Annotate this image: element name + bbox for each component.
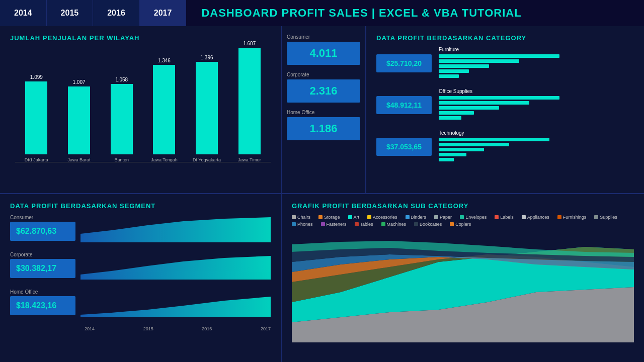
legend-dot <box>348 215 352 219</box>
legend-item: Labels <box>495 215 514 220</box>
category-bars-area: Office Supplies <box>439 88 634 121</box>
corporate-value: 2.316 <box>287 79 360 103</box>
dashboard-title: DASHBOARD PROFIT SALES | EXCEL & VBA TUT… <box>186 0 644 26</box>
legend-label: Furnishings <box>563 215 587 220</box>
legend-label: Binders <box>411 215 427 220</box>
year-tab-2017[interactable]: 2017 <box>140 0 187 26</box>
category-bar-row <box>439 143 509 146</box>
legend-item: Accessories <box>367 215 397 220</box>
legend-item: Fasteners <box>321 222 347 227</box>
year-tab-2014[interactable]: 2014 <box>0 0 47 26</box>
legend-dot <box>522 215 526 219</box>
subcategory-title: GRAFIK PROFIT BERDASARKAN SUB CATEGORY <box>292 202 634 210</box>
bar-value: 1.099 <box>30 74 43 80</box>
legend-label: Appliances <box>527 215 549 220</box>
bar-rect <box>25 81 47 154</box>
year-tab-2016[interactable]: 2016 <box>93 0 140 26</box>
legend-item: Phones <box>292 222 313 227</box>
category-bar-row <box>439 111 474 115</box>
corporate-profit-label: Corporate <box>10 252 75 257</box>
legend-dot <box>495 215 499 219</box>
legend-item: Storage <box>318 215 340 220</box>
category-rows: $25.710,20Furniture$48.912,11Office Supp… <box>376 47 634 163</box>
legend-label: Paper <box>440 215 452 220</box>
homeoffice-profit-row: Home Office $18.423,16 <box>10 289 271 318</box>
subcategory-panel: GRAFIK PROFIT BERDASARKAN SUB CATEGORY C… <box>282 194 644 362</box>
segment-counts-panel: Consumer 4.011 Corporate 2.316 Home Offi… <box>282 26 366 193</box>
category-bar-row <box>439 153 466 156</box>
category-name: Technology <box>439 130 634 136</box>
legend-label: Fasteners <box>327 222 347 227</box>
legend-item: Tables <box>355 222 373 227</box>
legend-dot <box>594 215 598 219</box>
bar-value: 1.346 <box>158 58 171 63</box>
bar-rect <box>196 62 218 154</box>
bar-value: 1.007 <box>72 79 85 85</box>
legend-item: Chairs <box>292 215 310 220</box>
category-row: $37.053,65Technology <box>376 130 634 163</box>
homeoffice-trend-chart <box>80 291 271 317</box>
legend-area: ChairsStorageArtAccessoriesBindersPaperE… <box>292 215 634 227</box>
category-bar-row <box>439 64 489 68</box>
legend-label: Copiers <box>455 222 471 227</box>
svg-marker-0 <box>80 217 271 242</box>
category-row: $48.912,11Office Supplies <box>376 88 634 121</box>
legend-dot <box>414 222 418 226</box>
legend-label: Art <box>354 215 360 220</box>
category-value-box: $25.710,20 <box>376 54 432 72</box>
main-content: JUMLAH PENJUALAN PER WILAYAH 1.099DKI Ja… <box>0 26 644 362</box>
bar-group: 1.007Jawa Barat <box>58 79 101 162</box>
bar-group: 1.607Jawa Timur <box>228 41 271 162</box>
legend-dot <box>355 222 359 226</box>
category-profit-panel: DATA PROFIT BERDASARKAN CATEGORY $25.710… <box>366 26 644 193</box>
legend-label: Supplies <box>600 215 617 220</box>
legend-item: Art <box>348 215 360 220</box>
legend-label: Labels <box>500 215 514 220</box>
category-bar-row <box>439 59 519 63</box>
legend-item: Paper <box>434 215 452 220</box>
bar-rect <box>153 65 175 154</box>
corporate-trend-chart <box>80 253 271 280</box>
legend-dot <box>460 215 464 219</box>
category-name: Office Supplies <box>439 88 634 94</box>
consumer-profit-row: Consumer $62.870,63 <box>10 215 271 244</box>
legend-label: Bookcases <box>420 222 442 227</box>
legend-label: Phones <box>297 222 313 227</box>
year-tab-2015[interactable]: 2015 <box>47 0 94 26</box>
category-value-box: $37.053,65 <box>376 138 432 156</box>
consumer-profit-value: $62.870,63 <box>10 222 75 241</box>
segment-profit-panel: DATA PROFIT BERDASARKAN SEGMENT Consumer… <box>0 194 282 362</box>
homeoffice-profit-value: $18.423,16 <box>10 296 75 315</box>
legend-label: Machines <box>387 222 407 227</box>
category-bar-row <box>439 74 459 78</box>
bar-group: 1.058Banten <box>100 77 143 162</box>
legend-dot <box>450 222 454 226</box>
area-chart-container <box>292 232 634 342</box>
legend-label: Chairs <box>297 215 310 220</box>
category-bar-row <box>439 158 454 161</box>
bar-group: 1.396DI Yogyakarta <box>186 55 228 162</box>
homeoffice-profit-label: Home Office <box>10 289 75 295</box>
svg-marker-2 <box>80 297 271 317</box>
bar-group: 1.099DKI Jakarta <box>15 74 58 162</box>
legend-item: Supplies <box>594 215 617 220</box>
category-bar-row <box>439 148 484 151</box>
legend-item: Appliances <box>522 215 549 220</box>
legend-dot <box>557 215 561 219</box>
bar-value: 1.607 <box>243 41 256 46</box>
year-tabs: 2014 2015 2016 2017 <box>0 0 186 26</box>
legend-item: Binders <box>406 215 427 220</box>
homeoffice-value: 1.186 <box>287 117 360 140</box>
legend-label: Accessories <box>373 215 397 220</box>
consumer-profit-label: Consumer <box>10 215 75 220</box>
consumer-trend-chart <box>80 216 271 242</box>
bar-rect <box>68 86 90 154</box>
category-bars-area: Technology <box>439 130 634 163</box>
category-bar-row <box>439 69 469 73</box>
legend-dot <box>321 222 325 226</box>
legend-dot <box>381 222 385 226</box>
legend-item: Machines <box>381 222 407 227</box>
bar-value: 1.396 <box>201 55 213 60</box>
trend-year-2015: 2015 <box>143 326 153 331</box>
legend-dot <box>434 215 438 219</box>
